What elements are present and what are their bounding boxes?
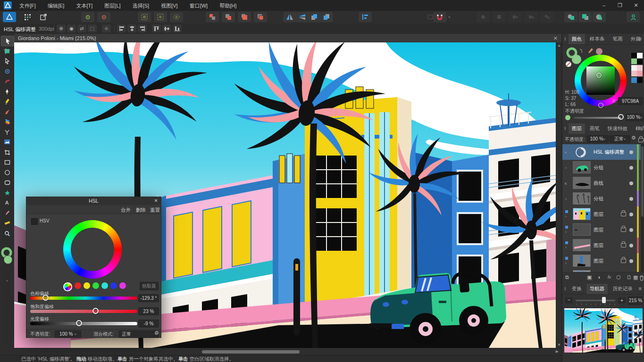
picker-button[interactable]: 拾取器 [140,282,159,290]
panel-grip[interactable]: ‖ [562,124,567,131]
point-transform-tool[interactable] [1,66,13,76]
arrange-forward-icon[interactable] [308,12,321,22]
artboard-tool[interactable] [1,46,13,56]
color-square-selector[interactable] [596,73,602,78]
alignment-handles-icon[interactable]: ⬚ [88,25,97,33]
export-persona-button[interactable] [37,12,50,22]
layer-row-pole[interactable]: › 图层 [562,253,641,269]
tab-stroke[interactable]: 笔画 [609,34,626,44]
hsl-delete-button[interactable]: 删除 [136,207,146,214]
zoom-slider[interactable] [576,300,615,301]
transparency-tool[interactable] [1,127,13,137]
panel-grip[interactable]: ‖ [562,285,567,291]
layers-lock-icon[interactable] [638,138,644,142]
horizontal-scroll-thumb[interactable] [202,350,300,354]
tab-styles[interactable]: 样式 [632,123,644,134]
minimize-button[interactable]: – [596,0,612,8]
align-bottom-icon[interactable] [173,25,182,33]
layers-opacity-dropdown[interactable]: 100 %˅ [587,135,609,143]
scroll-up-arrow[interactable]: ▲ [557,43,561,48]
hsl-swatch-magenta[interactable] [119,282,126,289]
zoom-value-box[interactable]: 215 % [628,296,643,305]
hue-shift-thumb[interactable] [42,295,49,301]
saturation-shift-thumb[interactable] [92,308,99,314]
layer-row-road[interactable]: › 图层 [562,238,641,254]
hsl-swatch-red[interactable] [75,282,81,289]
layer-visible-dot[interactable] [629,166,633,170]
menu-window[interactable]: 窗口[W] [184,0,213,12]
fill-stroke-selector[interactable] [1,246,13,267]
luminosity-shift-value[interactable]: -9 % [138,320,159,328]
opacity-slider-thumb[interactable] [618,114,624,120]
layer-visible-dot[interactable] [629,150,633,154]
hsl-dialog[interactable]: HSL ✕ 合并 删除 重置 HSV 拾取器 色相偏移 -129.3 ° 饱和度… [26,197,161,338]
boolean-add-icon[interactable] [206,12,219,22]
hue-shift-value[interactable]: -129.3 ° [138,294,159,302]
tab-swatches[interactable]: 样本条 [586,34,608,44]
hue-shift-slider[interactable] [30,296,137,300]
hsl-swatch-blue[interactable] [110,282,117,289]
pencil-tool[interactable] [1,97,13,106]
layer-row-dark[interactable]: › 图层 [562,222,641,238]
hsl-close-icon[interactable]: ✕ [154,198,158,203]
menu-select[interactable]: 选择[S] [127,0,154,12]
snapping-magnet-icon[interactable] [433,12,446,22]
layers-gear-icon[interactable]: ⚙ [631,135,636,140]
align-right-icon[interactable] [138,25,147,33]
navigator-thumbnail[interactable] [564,308,643,353]
tab-layers[interactable]: 图层 [569,123,585,134]
layer-visible-dot[interactable] [629,244,633,247]
layer-visible-dot[interactable] [629,181,633,185]
align-center-icon[interactable] [127,25,136,33]
menu-text[interactable]: 文本[T] [71,0,98,12]
hsl-reset-button[interactable]: 重置 [150,207,160,214]
saturation-shift-value[interactable]: 23 % [138,307,159,315]
rounded-rectangle-tool[interactable] [1,178,13,187]
insert-top-icon[interactable] [578,12,592,22]
alignment-icon[interactable] [359,12,372,22]
hex-value-field[interactable]: 97C98A [618,97,643,105]
layer-lock-icon[interactable] [621,243,626,247]
toolbar-expander-chevron[interactable]: ⌄ [1,275,13,285]
layer-visible-dot[interactable] [629,197,633,201]
panel-grip[interactable]: ‖ [562,35,567,41]
pixel-persona-button[interactable] [21,12,34,22]
panel-menu-icon[interactable]: ≡ [639,36,642,41]
layers-blend-dropdown[interactable]: 正常˅ [610,135,630,143]
opacity-value-dropdown[interactable]: 100 %˅ [626,114,644,121]
hsv-checkbox[interactable] [31,218,38,225]
horizontal-scrollbar[interactable]: ▶ [14,348,561,355]
color-square[interactable] [586,66,615,95]
mask-layer-icon[interactable]: ▣ [587,274,592,280]
layer-row-curve[interactable]: κ 曲线 [562,175,641,191]
hsl-dialog-titlebar[interactable]: HSL [26,197,161,205]
align-middle-icon[interactable] [162,25,171,33]
boolean-intersect-icon[interactable] [238,12,251,22]
layer-row-group-palms[interactable]: › 分组 [562,191,641,207]
saturation-shift-slider[interactable] [30,310,137,313]
snapping-dropdown-chevron[interactable]: ˅ [448,15,451,19]
text-tool[interactable]: A [1,198,13,207]
zoom-slider-thumb[interactable] [602,297,606,303]
layer-lock-icon[interactable] [621,259,626,263]
layer-visible-dot[interactable] [629,259,633,263]
place-image-tool[interactable] [1,137,13,147]
assets-gear-icon[interactable]: ⚙ [97,12,110,22]
boolean-divide-icon[interactable] [254,12,267,22]
quick-shape-tool[interactable] [1,188,13,197]
color-wheel-selector[interactable] [598,103,603,108]
scroll-right-arrow[interactable]: ▶ [556,349,559,354]
layer-visible-dot[interactable] [629,213,633,216]
layer-lock-icon[interactable] [621,212,626,216]
tab-quick-fx[interactable]: 快速特效 [604,123,631,134]
node-tool[interactable] [1,56,13,66]
vector-crop-tool[interactable] [1,148,13,157]
align-left-icon[interactable] [117,25,126,33]
tab-transform[interactable]: 变换 [569,284,585,294]
cycle-selection-box-icon[interactable]: ◉ [67,25,76,33]
tab-navigator[interactable]: 导航器 [586,284,608,294]
layer-visible-dot[interactable] [629,228,633,232]
opacity-swatch-dot[interactable] [565,115,570,120]
layer-row-buildings[interactable]: › 图层 [562,206,641,222]
menu-file[interactable]: 文件[F] [14,0,41,12]
